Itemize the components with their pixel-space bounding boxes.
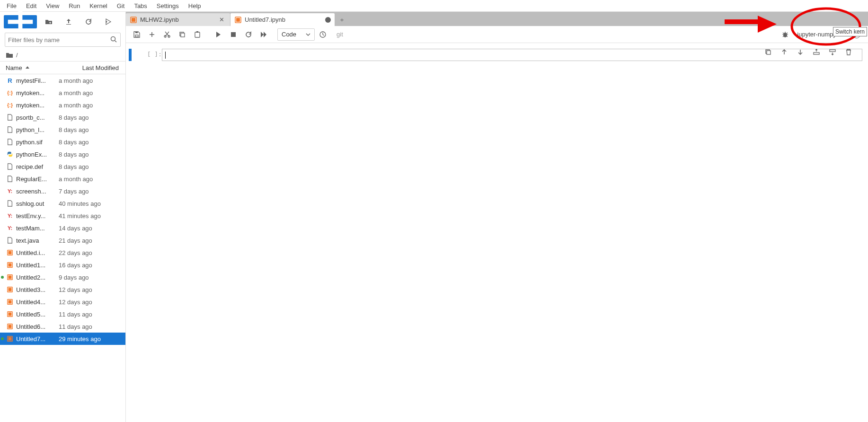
file-row[interactable]: Y:screensh...7 days ago <box>0 185 125 197</box>
notebook-icon <box>234 16 242 24</box>
upload-icon[interactable] <box>61 15 77 28</box>
close-icon[interactable]: ✕ <box>217 16 226 23</box>
file-name: testMam... <box>16 225 59 232</box>
file-type-icon <box>6 299 14 305</box>
stop-icon[interactable] <box>226 27 240 42</box>
move-down-icon[interactable] <box>795 47 806 57</box>
file-modified: 40 minutes ago <box>59 200 101 207</box>
svg-rect-29 <box>196 31 198 33</box>
search-icon <box>110 35 117 44</box>
file-row[interactable]: text.java21 days ago <box>0 234 125 246</box>
file-modified: 29 minutes ago <box>59 335 101 343</box>
menu-kernel[interactable]: Kernel <box>85 1 112 11</box>
cursor-icon <box>165 52 166 59</box>
copy-icon[interactable] <box>175 27 189 42</box>
file-row[interactable]: recipe.def8 days ago <box>0 160 125 173</box>
file-row[interactable]: Untitled2...9 days ago <box>0 271 125 283</box>
file-name: Untitled7... <box>16 335 59 343</box>
svg-rect-23 <box>135 32 138 33</box>
svg-rect-5 <box>9 264 12 267</box>
file-type-icon <box>6 114 14 121</box>
duplicate-cell-icon[interactable] <box>763 47 773 57</box>
filter-box <box>5 33 121 47</box>
cut-icon[interactable] <box>160 27 174 42</box>
new-tab-button[interactable]: ＋ <box>335 13 348 26</box>
insert-below-icon[interactable] <box>827 47 838 57</box>
tab-untitled7[interactable]: Untitled7.ipynb <box>230 13 335 26</box>
cell-type-select[interactable]: Code <box>277 28 315 41</box>
notebook-body[interactable]: [ ]: <box>126 43 868 422</box>
file-modified: 8 days ago <box>59 126 89 133</box>
file-row[interactable]: Untitled3...12 days ago <box>0 283 125 296</box>
file-name: Untitled4... <box>16 299 59 306</box>
open-log-icon[interactable] <box>316 27 330 42</box>
insert-cell-icon[interactable] <box>145 27 159 42</box>
file-row[interactable]: Untitled4...12 days ago <box>0 296 125 308</box>
menu-tabs[interactable]: Tabs <box>129 1 151 11</box>
file-row[interactable]: Untitled6...11 days ago <box>0 320 125 333</box>
file-row[interactable]: Untitled7...29 minutes ago <box>0 333 125 345</box>
file-row[interactable]: Untitled1...16 days ago <box>0 259 125 271</box>
file-type-icon <box>6 237 14 244</box>
menu-run[interactable]: Run <box>64 1 85 11</box>
svg-rect-22 <box>135 35 138 37</box>
insert-above-icon[interactable] <box>811 47 822 57</box>
run-icon[interactable] <box>211 27 225 42</box>
tab-label: Untitled7.ipynb <box>245 16 325 23</box>
file-row[interactable]: Untitled5...11 days ago <box>0 308 125 320</box>
file-modified: 12 days ago <box>59 299 92 306</box>
breadcrumb[interactable]: / <box>0 49 125 61</box>
file-row[interactable]: Untitled.i...22 days ago <box>0 246 125 259</box>
file-row[interactable]: sshlog.out40 minutes ago <box>0 197 125 210</box>
file-row[interactable]: RmytestFil...a month ago <box>0 74 125 87</box>
file-browser-panel: / Name Last Modified RmytestFil...a mont… <box>0 12 126 422</box>
file-row[interactable]: pythonEx...8 days ago <box>0 148 125 160</box>
svg-rect-17 <box>9 337 12 341</box>
tab-mlhw2[interactable]: MLHW2.ipynb ✕ <box>126 13 230 26</box>
svg-rect-28 <box>195 32 200 37</box>
file-type-icon <box>6 286 14 293</box>
cell-input[interactable] <box>162 49 862 61</box>
file-row[interactable]: python.sif8 days ago <box>0 136 125 148</box>
refresh-icon[interactable] <box>80 15 97 28</box>
git-label: git <box>337 31 343 38</box>
svg-rect-11 <box>9 300 12 304</box>
save-icon[interactable] <box>130 27 144 42</box>
delete-cell-icon[interactable] <box>843 47 854 57</box>
file-row[interactable]: Y:testEnv.y...41 minutes ago <box>0 210 125 222</box>
cell-active-indicator <box>129 49 132 61</box>
file-row[interactable]: psortb_c...8 days ago <box>0 111 125 123</box>
file-type-icon: Y: <box>6 213 14 219</box>
column-modified[interactable]: Last Modified <box>57 64 125 71</box>
column-name[interactable]: Name <box>6 64 22 71</box>
file-name: psortb_c... <box>16 114 59 121</box>
file-list[interactable]: RmytestFil...a month ago{:}mytoken...a m… <box>0 74 125 422</box>
menu-settings[interactable]: Settings <box>152 1 184 11</box>
restart-icon[interactable] <box>241 27 256 42</box>
git-icon[interactable] <box>100 15 116 28</box>
file-row[interactable]: {:}mytoken...a month ago <box>0 99 125 111</box>
menu-git[interactable]: Git <box>112 1 130 11</box>
debugger-icon[interactable] <box>778 27 792 42</box>
filter-input[interactable] <box>8 36 110 44</box>
menu-view[interactable]: View <box>41 1 64 11</box>
file-modified: 8 days ago <box>59 139 89 146</box>
file-row[interactable]: RegularE...a month ago <box>0 173 125 185</box>
file-name: RegularE... <box>16 176 59 183</box>
new-launcher-button[interactable] <box>4 15 37 28</box>
file-modified: 8 days ago <box>59 151 89 158</box>
svg-point-1 <box>111 36 115 41</box>
dirty-indicator-icon <box>325 17 331 23</box>
svg-rect-13 <box>9 313 12 316</box>
move-up-icon[interactable] <box>779 47 789 57</box>
file-row[interactable]: {:}mytoken...a month ago <box>0 87 125 99</box>
menu-help[interactable]: Help <box>184 1 206 11</box>
paste-icon[interactable] <box>190 27 204 42</box>
file-row[interactable]: Y:testMam...14 days ago <box>0 222 125 234</box>
file-browser-toolbar <box>0 14 125 30</box>
restart-run-all-icon[interactable] <box>257 27 271 42</box>
file-row[interactable]: python_l...8 days ago <box>0 123 125 136</box>
cell[interactable]: [ ]: <box>126 48 868 62</box>
file-type-icon <box>6 163 14 170</box>
new-folder-icon[interactable] <box>41 15 57 28</box>
